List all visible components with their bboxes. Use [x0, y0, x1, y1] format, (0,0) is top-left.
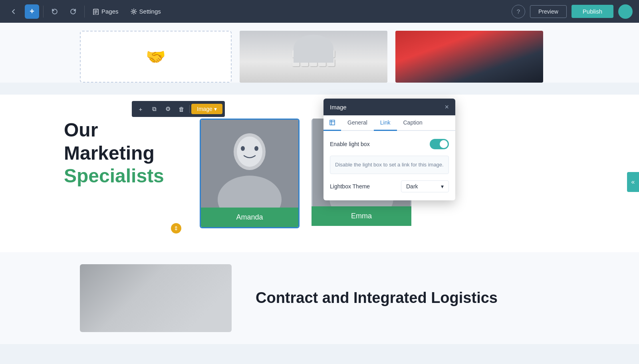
team-section: Our Marketing Specialists + ⧉ ⚙ 🗑 Image …	[0, 95, 639, 252]
lightbox-theme-select[interactable]: Dark ▾	[401, 180, 449, 192]
sugar-cubes-image	[240, 31, 387, 83]
resize-handle[interactable]: ⇕	[171, 223, 181, 233]
amanda-card-label: Amanda	[201, 208, 298, 227]
undo-button[interactable]	[48, 4, 62, 19]
svg-point-13	[254, 146, 258, 151]
lightbox-theme-value: Dark	[406, 183, 418, 190]
amanda-card-image	[201, 120, 298, 208]
bottom-inner: Contract and Integrated Logistics	[64, 264, 575, 332]
toggle-knob	[440, 140, 448, 148]
panel-close-button[interactable]: ×	[445, 103, 449, 111]
bottom-text-block: Contract and Integrated Logistics	[256, 288, 498, 308]
panel-title: Image	[330, 104, 347, 111]
lightbox-theme-label: Lightbox Theme	[330, 183, 370, 190]
tab-caption[interactable]: Caption	[397, 115, 429, 131]
widget-add-button[interactable]: +	[134, 103, 147, 115]
add-element-button[interactable]: +	[25, 4, 39, 19]
widget-type-button[interactable]: Image ▾	[191, 104, 222, 114]
panel-header: Image ×	[323, 99, 455, 115]
widget-settings-button[interactable]: ⚙	[161, 103, 174, 115]
image-settings-panel: Image × General Link Caption Enable ligh…	[323, 99, 455, 200]
svg-point-10	[237, 136, 262, 167]
panel-tabs: General Link Caption	[323, 115, 455, 131]
lightbox-label: Enable light box	[330, 141, 370, 147]
toolbar-separator	[189, 105, 190, 113]
red-shoes-image	[395, 31, 543, 83]
top-image-section: 🤝	[0, 23, 639, 83]
settings-button[interactable]: Settings	[127, 6, 165, 17]
top-navigation: + Pages Settings ? Preview Publish	[0, 0, 639, 23]
svg-point-12	[241, 146, 245, 151]
handshake-card: 🤝	[80, 31, 232, 83]
panel-tab-icon[interactable]	[323, 115, 341, 131]
handshake-icon: 🤝	[146, 47, 166, 66]
svg-point-1	[133, 10, 135, 12]
nav-divider-2	[84, 6, 85, 18]
top-cards-row: 🤝	[64, 31, 575, 83]
bottom-heading: Contract and Integrated Logistics	[256, 288, 498, 308]
widget-delete-button[interactable]: 🗑	[175, 103, 188, 115]
lightbox-note: Disable the light box to set a link for …	[330, 156, 449, 174]
tab-general[interactable]: General	[341, 115, 374, 131]
bottom-section: Contract and Integrated Logistics	[0, 252, 639, 344]
emma-card-label: Emma	[312, 206, 411, 226]
lightbox-theme-row: Lightbox Theme Dark ▾	[330, 180, 449, 192]
widget-copy-button[interactable]: ⧉	[148, 103, 161, 115]
chevron-down-icon: ▾	[441, 183, 444, 190]
publish-button[interactable]: Publish	[572, 5, 613, 18]
widget-toolbar: + ⧉ ⚙ 🗑 Image ▾	[132, 101, 225, 117]
team-title-block: Our Marketing Specialists	[64, 119, 176, 188]
preview-button[interactable]: Preview	[530, 5, 567, 18]
redo-button[interactable]	[66, 4, 80, 19]
help-button[interactable]: ?	[512, 5, 525, 18]
bottom-image-placeholder	[80, 264, 232, 332]
pages-button[interactable]: Pages	[89, 6, 123, 17]
back-button[interactable]	[6, 4, 21, 19]
lightbox-toggle-row: Enable light box	[330, 139, 449, 149]
user-avatar[interactable]	[618, 4, 633, 19]
lightbox-toggle[interactable]	[430, 139, 449, 149]
canvas: 🤝	[0, 23, 639, 364]
nav-divider	[43, 6, 44, 18]
side-panel-toggle[interactable]: «	[627, 172, 639, 192]
team-heading: Our Marketing Specialists	[64, 119, 176, 188]
team-inner: Our Marketing Specialists + ⧉ ⚙ 🗑 Image …	[64, 119, 575, 228]
panel-body: Enable light box Disable the light box t…	[323, 131, 455, 200]
pages-label: Pages	[101, 8, 119, 15]
settings-label: Settings	[139, 8, 161, 15]
amanda-card[interactable]: T CSS	[200, 119, 300, 228]
tab-link[interactable]: Link	[374, 115, 397, 131]
